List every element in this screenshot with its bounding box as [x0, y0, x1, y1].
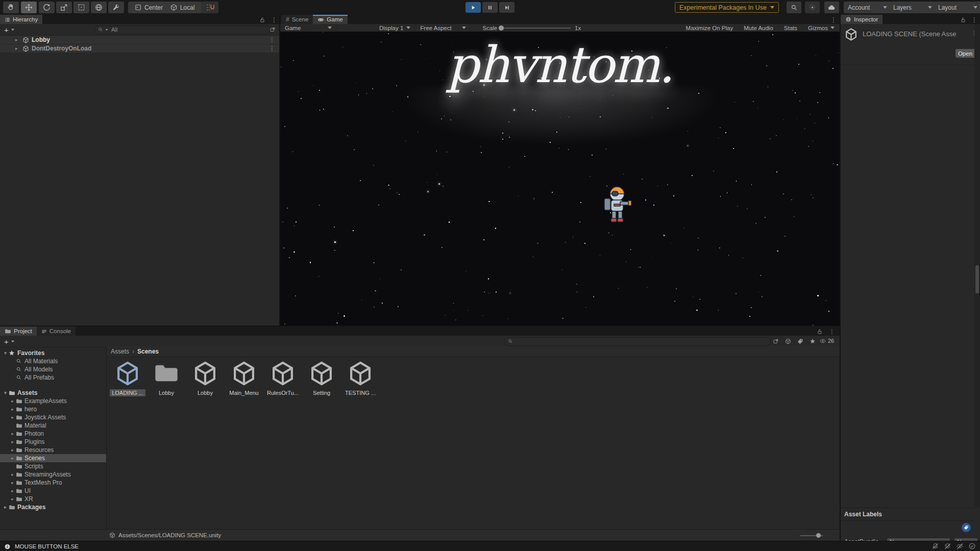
preview-disabled-icon[interactable] — [956, 542, 964, 550]
project-tree-item[interactable]: ★ Packages — [0, 503, 106, 511]
scale-tool-button[interactable] — [56, 2, 72, 13]
asset-tile[interactable]: Main_Menu — [228, 360, 260, 396]
play-button[interactable] — [465, 2, 481, 13]
account-dropdown[interactable]: Account — [844, 2, 891, 13]
cloud-services-button[interactable] — [824, 2, 839, 13]
tab-scene[interactable]: # Scene — [281, 15, 313, 24]
tab-hierarchy[interactable]: Hierarchy — [0, 15, 42, 24]
lock-icon[interactable] — [959, 16, 967, 23]
project-tree-item[interactable]: ★ UI — [0, 487, 106, 495]
project-menu-button[interactable] — [828, 328, 836, 335]
hierarchy-search[interactable] — [94, 26, 270, 34]
notifications-muted-icon[interactable] — [932, 542, 939, 550]
disclosure-arrow-icon[interactable] — [3, 350, 8, 356]
create-dropdown-icon[interactable] — [11, 29, 14, 31]
project-tree-item[interactable]: ★ StreamingAssets — [0, 470, 106, 479]
gizmos-dropdown[interactable]: Gizmos — [802, 24, 840, 32]
scene-menu-button[interactable] — [268, 45, 276, 53]
project-search-input[interactable] — [514, 338, 767, 345]
hierarchy-row[interactable]: ▸ DontDestroyOnLoad — [0, 44, 279, 53]
game-render-area[interactable]: phvntom. — [280, 32, 840, 325]
display-dropdown[interactable]: Display 1 — [375, 24, 415, 32]
transform-tool-button[interactable] — [91, 2, 107, 13]
project-tree-item[interactable]: ★ Joystick Assets — [0, 413, 106, 421]
project-tree-item[interactable]: ★ All Materials — [0, 357, 106, 365]
open-button[interactable]: Open — [955, 49, 975, 58]
project-tree-item[interactable]: ★ ExampleAssets — [0, 397, 106, 405]
custom-tool-button[interactable] — [108, 2, 124, 13]
search-by-label-icon[interactable] — [796, 337, 804, 345]
tile-size-knob[interactable] — [816, 533, 821, 538]
scene-menu-button[interactable] — [268, 36, 276, 44]
project-tree-item[interactable]: ★ Scenes — [0, 454, 106, 462]
hand-tool-button[interactable] — [3, 2, 19, 13]
tree-content-divider[interactable] — [106, 347, 107, 530]
orientation-mode-button[interactable]: Local — [163, 2, 202, 13]
hierarchy-row[interactable]: ▸ Lobby — [0, 36, 279, 44]
create-object-button[interactable]: + — [4, 26, 9, 34]
disclosure-arrow-icon[interactable] — [10, 431, 15, 436]
asset-tile[interactable]: Setting — [305, 360, 338, 396]
disclosure-arrow-icon[interactable] — [3, 505, 8, 510]
grid-snap-button[interactable] — [201, 2, 218, 13]
hierarchy-menu-button[interactable] — [270, 16, 278, 23]
step-button[interactable] — [499, 2, 514, 13]
move-tool-button[interactable] — [21, 2, 37, 13]
save-search-icon[interactable] — [808, 337, 817, 345]
disclosure-arrow-icon[interactable] — [10, 472, 15, 477]
stats-toggle[interactable]: Stats — [778, 24, 802, 32]
asset-tile[interactable]: TESTING ... — [344, 360, 377, 396]
project-tree-item[interactable]: ★ Favorites — [0, 349, 106, 357]
rect-tool-button[interactable] — [74, 2, 89, 13]
rotate-tool-button[interactable] — [39, 2, 55, 13]
disclosure-arrow-icon[interactable] — [10, 456, 15, 461]
preview-packages-button[interactable] — [805, 2, 820, 13]
project-tree-item[interactable]: ★ Assets — [0, 389, 106, 397]
game-menu-button[interactable] — [829, 16, 838, 23]
asset-tile[interactable]: RulesOrTu... — [266, 360, 299, 396]
scale-slider[interactable] — [499, 28, 571, 29]
maximize-on-play-toggle[interactable]: Maximize On Play — [680, 24, 739, 32]
project-tree-item[interactable]: ★ Material — [0, 421, 106, 430]
breadcrumb-root[interactable]: Assets — [111, 348, 129, 355]
disclosure-arrow-icon[interactable] — [10, 480, 15, 485]
disclosure-arrow-icon[interactable] — [3, 390, 8, 395]
scale-slider-knob[interactable] — [499, 26, 504, 31]
lock-icon[interactable] — [816, 328, 824, 335]
layout-dropdown[interactable]: Layout — [934, 2, 980, 13]
asset-tile[interactable]: Lobby — [189, 360, 222, 396]
create-asset-dropdown-icon[interactable] — [11, 340, 14, 342]
lock-icon[interactable] — [258, 16, 266, 23]
experimental-packages-button[interactable]: Experimental Packages In Use — [675, 2, 779, 13]
search-filter-icon[interactable] — [106, 29, 108, 31]
expand-arrow-icon[interactable]: ▸ — [15, 37, 22, 42]
asset-tile[interactable]: Lobby — [150, 360, 183, 396]
scrollbar-thumb[interactable] — [975, 265, 979, 293]
expand-arrow-icon[interactable]: ▸ — [15, 46, 22, 51]
disclosure-arrow-icon[interactable] — [10, 398, 15, 404]
breadcrumb-current[interactable]: Scenes — [137, 348, 159, 355]
disclosure-arrow-icon[interactable] — [10, 488, 15, 493]
tab-console[interactable]: Console — [37, 327, 76, 336]
tab-inspector[interactable]: Inspector — [841, 15, 883, 24]
project-tree-item[interactable]: ★ Scripts — [0, 462, 106, 470]
inspector-scrollbar[interactable] — [974, 24, 980, 508]
aspect-dropdown[interactable]: Free Aspect — [415, 24, 471, 32]
disclosure-arrow-icon[interactable] — [10, 407, 15, 412]
disclosure-arrow-icon[interactable] — [10, 415, 15, 420]
create-asset-button[interactable]: + — [4, 338, 9, 345]
hidden-count-indicator[interactable]: 26 — [819, 338, 834, 344]
project-tree-item[interactable]: ★ Plugins — [0, 438, 106, 446]
project-tree-item[interactable]: ★ hero — [0, 405, 106, 413]
disclosure-arrow-icon[interactable] — [10, 496, 15, 502]
asset-labels-header[interactable]: Asset Labels — [841, 508, 974, 521]
tab-game[interactable]: Game — [313, 15, 347, 24]
project-tree-item[interactable]: ★ Photon — [0, 430, 106, 438]
mute-audio-toggle[interactable]: Mute Audio — [738, 24, 778, 32]
layers-dropdown[interactable]: Layers — [889, 2, 936, 13]
search-button[interactable] — [787, 2, 801, 13]
hierarchy-search-input[interactable] — [110, 26, 266, 33]
collab-offline-icon[interactable] — [944, 542, 951, 550]
search-by-type-icon[interactable] — [784, 337, 792, 345]
project-tree-item[interactable]: ★ TextMesh Pro — [0, 479, 106, 487]
